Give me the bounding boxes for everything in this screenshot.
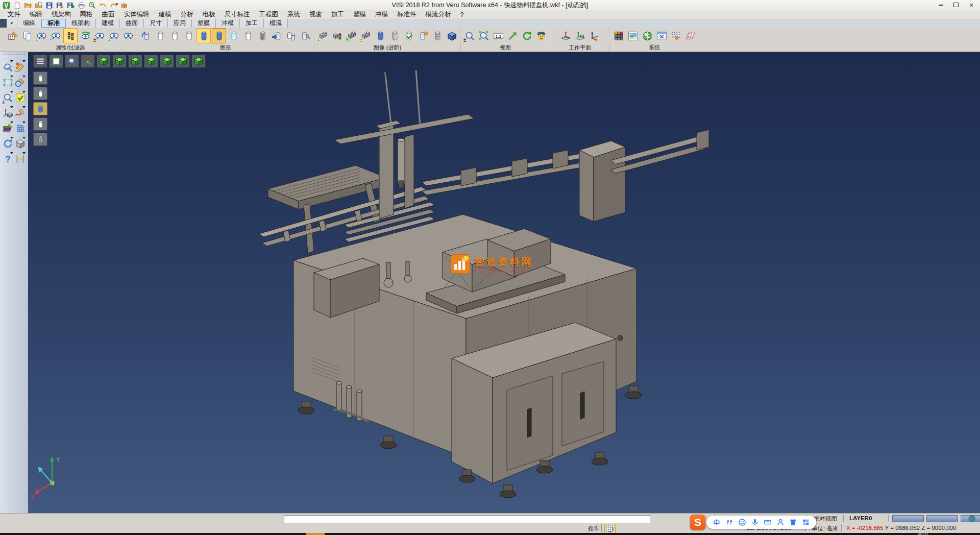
copy-attributes-icon[interactable] xyxy=(20,29,34,43)
zoom-scale-icon[interactable] xyxy=(492,29,505,43)
network-globe-icon[interactable] xyxy=(968,515,976,523)
workplane-rotate-icon[interactable] xyxy=(587,29,601,43)
menu-analysis[interactable]: 分析 xyxy=(176,10,198,19)
grid-toggle-icon[interactable] xyxy=(604,524,615,533)
ime-chinese-mode-icon[interactable] xyxy=(713,518,721,526)
copy-to-layer-icon[interactable] xyxy=(284,29,298,43)
insert-file-icon[interactable] xyxy=(34,1,43,10)
export-icon[interactable] xyxy=(66,1,75,10)
color-settings-icon[interactable] xyxy=(612,29,625,43)
absolute-view-indicator[interactable]: 绝对视图 xyxy=(814,515,837,523)
window-grid-icon[interactable] xyxy=(14,120,26,136)
layer-slot-2[interactable] xyxy=(33,87,47,100)
menu-wireframe[interactable]: 线架构 xyxy=(47,10,76,19)
undo-icon[interactable] xyxy=(98,1,107,10)
dynamic-view-icon[interactable] xyxy=(2,59,14,75)
menu-window[interactable]: 视窗 xyxy=(305,10,327,19)
layer-empty-a-icon[interactable] xyxy=(154,29,167,43)
current-layer-icon[interactable] xyxy=(197,28,211,43)
solid-display-icon[interactable] xyxy=(374,29,387,43)
menu-surface[interactable]: 曲面 xyxy=(97,10,119,19)
zoom-dynamic-icon[interactable] xyxy=(506,29,519,43)
ime-account-icon[interactable] xyxy=(776,518,785,526)
menu-machining[interactable]: 加工 xyxy=(327,10,349,19)
help-icon[interactable] xyxy=(2,151,14,166)
tab-progress[interactable]: 冲模 xyxy=(216,19,240,28)
show-all-icon[interactable]: + xyxy=(107,29,120,43)
tag-solid-icon[interactable] xyxy=(416,29,430,43)
view-bottom-button[interactable] xyxy=(176,55,190,68)
active-layer-icon[interactable] xyxy=(212,28,226,43)
toolbar-grip[interactable] xyxy=(3,54,25,58)
wireframe-display-icon[interactable] xyxy=(388,29,401,43)
view-right-button[interactable] xyxy=(144,55,158,68)
layer-blank-icon[interactable] xyxy=(241,29,255,43)
ime-menu-icon[interactable] xyxy=(802,518,810,526)
system-options-icon[interactable] xyxy=(641,29,654,43)
new-file-icon[interactable] xyxy=(12,1,21,10)
3d-viewport[interactable]: Y X 智造资料网 WWW.ZHIZAOZILIAO.COM xyxy=(28,52,980,514)
layer-wireframe-icon[interactable] xyxy=(256,29,269,43)
menu-mould[interactable]: 塑模 xyxy=(349,10,371,19)
tab-machining[interactable]: 加工 xyxy=(240,19,264,28)
view-iso-button[interactable] xyxy=(191,55,206,68)
zoom-inout-icon[interactable]: ± xyxy=(2,90,14,105)
menu-help[interactable]: ? xyxy=(456,11,469,18)
circle-draw-icon[interactable] xyxy=(14,75,26,90)
tab-edit[interactable]: 编辑 xyxy=(17,19,41,28)
close-button[interactable]: × xyxy=(964,0,979,10)
mesh-display-icon[interactable] xyxy=(431,29,444,43)
confirm-ok-icon[interactable] xyxy=(14,90,26,105)
print-preview-icon[interactable] xyxy=(87,1,96,10)
grid-settings-icon[interactable] xyxy=(683,29,697,43)
group-filter-icon[interactable] xyxy=(331,29,344,43)
ime-voice-icon[interactable] xyxy=(751,518,759,526)
refresh-view-icon[interactable] xyxy=(520,29,533,43)
tab-standard[interactable]: 标准 xyxy=(41,19,66,28)
layer-empty-c-icon[interactable] xyxy=(182,29,195,43)
shaded-view-icon[interactable] xyxy=(445,29,458,43)
layer-slot-5[interactable] xyxy=(33,133,47,146)
invert-visibility-icon[interactable] xyxy=(79,29,92,43)
layer-translucent-icon[interactable] xyxy=(227,29,240,43)
attributes-stack-icon[interactable] xyxy=(2,120,14,136)
view-visibility-icon[interactable] xyxy=(534,29,548,43)
hide-all-icon[interactable]: − xyxy=(121,29,135,43)
regenerate-icon[interactable] xyxy=(2,136,14,151)
tab-overflow-caret[interactable]: ▼ xyxy=(7,19,17,28)
print-icon[interactable] xyxy=(77,1,86,10)
snap-settings-icon[interactable] xyxy=(669,29,682,43)
layer-manager-icon[interactable] xyxy=(299,29,312,43)
workplane-from-view-icon[interactable] xyxy=(559,29,572,43)
menu-file[interactable]: 文件 xyxy=(3,10,25,19)
zoom-window-icon[interactable] xyxy=(477,29,491,43)
move-to-layer-icon[interactable] xyxy=(270,29,283,43)
menu-dimension[interactable]: 尺寸标注 xyxy=(220,10,255,19)
tab-flow[interactable]: 模流 xyxy=(264,19,288,28)
hide-entities-icon[interactable]: ~ xyxy=(49,29,62,43)
active-layer-indicator[interactable]: LAYER0 xyxy=(849,515,872,521)
spline-draw-icon[interactable] xyxy=(14,105,26,120)
window-layout-icon[interactable] xyxy=(655,29,668,43)
save-as-icon[interactable] xyxy=(55,1,64,10)
tab-mould[interactable]: 塑膜 xyxy=(192,19,216,28)
ime-keyboard-icon[interactable] xyxy=(764,518,772,526)
menu-mesh[interactable]: 网格 xyxy=(76,10,97,19)
screen-capture-icon[interactable] xyxy=(626,29,640,43)
menu-edit[interactable]: 编辑 xyxy=(25,10,47,19)
menu-standard-parts[interactable]: 标准件 xyxy=(393,10,421,19)
tab-surface[interactable]: 曲面 xyxy=(120,19,144,28)
view-left-button[interactable] xyxy=(128,55,142,68)
tab-application[interactable]: 应用 xyxy=(168,19,192,28)
menu-solid-edit[interactable]: 实体编辑 xyxy=(119,10,154,19)
snap-lock-label[interactable]: 拴牢 xyxy=(588,525,600,532)
viewport-menu-button[interactable] xyxy=(33,55,47,68)
ucs-move-icon[interactable] xyxy=(2,105,14,120)
shaded-solid-icon[interactable] xyxy=(14,136,26,151)
ime-punctuation-icon[interactable] xyxy=(725,518,733,526)
validate-solid-icon[interactable] xyxy=(402,29,415,43)
show-entities-icon[interactable]: + xyxy=(35,29,48,43)
zoom-window-select-icon[interactable] xyxy=(2,75,14,90)
view-front-button[interactable] xyxy=(112,55,127,68)
menu-modeling[interactable]: 建模 xyxy=(154,10,176,19)
